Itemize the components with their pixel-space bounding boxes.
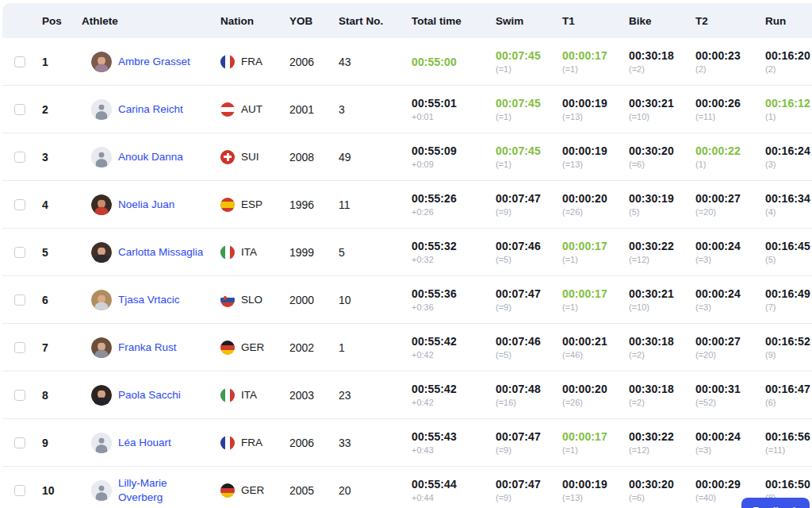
t1-cell: 00:00:17(=1) [554, 240, 621, 264]
run-time: 00:16:52 [765, 335, 812, 348]
run-cell: 00:16:34(4) [757, 192, 812, 217]
position: 3 [34, 151, 74, 164]
column-header-yob: YOB [282, 15, 331, 27]
t2-time: 00:00:22 [695, 144, 757, 157]
bike-time: 00:30:20 [629, 478, 688, 491]
position: 9 [34, 437, 74, 449]
swim-rank: (=9) [496, 445, 554, 455]
flag-icon-fra [220, 55, 235, 69]
run-rank: (3) [765, 160, 812, 169]
t1-rank: (=13) [562, 493, 621, 502]
total-rank: +0:09 [412, 160, 488, 169]
t1-rank: (=1) [562, 302, 621, 312]
total-time: 00:55:01 [412, 97, 488, 110]
bike-time: 00:30:19 [629, 192, 688, 205]
bike-cell: 00:30:20(=6) [621, 144, 688, 169]
nation-cell: SLO [213, 293, 282, 307]
row-checkbox[interactable] [14, 56, 25, 67]
nation-cell: ITA [213, 388, 282, 402]
nation-cell: ITA [213, 245, 282, 260]
bike-time: 00:30:22 [629, 430, 688, 443]
athlete-name-link[interactable]: Ambre Grasset [118, 55, 190, 69]
t2-rank: (1) [695, 160, 757, 169]
total-cell: 00:55:43+0:43 [404, 430, 488, 455]
swim-time: 00:07:47 [496, 287, 554, 300]
t1-rank: (=46) [562, 350, 621, 360]
athlete-cell: Ambre Grasset [74, 52, 213, 72]
position: 4 [34, 198, 74, 211]
table-row: 1Ambre GrassetFRA20064300:55:0000:07:45(… [2, 38, 812, 86]
row-checkbox[interactable] [14, 104, 25, 115]
t2-cell: 00:00:24(=3) [688, 240, 757, 264]
run-time: 00:16:34 [765, 192, 812, 205]
athlete-name-link[interactable]: Carina Reicht [118, 102, 183, 117]
row-checkbox[interactable] [14, 342, 25, 353]
flag-icon-esp [220, 198, 235, 212]
athlete-name-link[interactable]: Franka Rust [118, 341, 177, 355]
t1-cell: 00:00:17(=1) [554, 49, 621, 74]
bike-cell: 00:30:21(=10) [621, 287, 688, 312]
t1-time: 00:00:19 [562, 144, 621, 157]
start-number: 23 [331, 389, 404, 402]
row-checkbox[interactable] [14, 199, 25, 210]
t1-cell: 00:00:20(=26) [554, 192, 621, 217]
row-checkbox-cell [2, 152, 34, 163]
table-row: 4Noelia JuanESP19961100:55:26+0:2600:07:… [2, 181, 812, 229]
nation-cell: GER [213, 483, 282, 498]
run-rank: (5) [765, 255, 812, 264]
bike-time: 00:30:18 [629, 383, 688, 395]
feedback-button[interactable]: Feedback [741, 498, 810, 508]
t2-rank: (=3) [695, 255, 757, 264]
athlete-name-link[interactable]: Noelia Juan [118, 198, 174, 212]
row-checkbox[interactable] [14, 152, 25, 163]
run-time: 00:16:24 [765, 144, 812, 157]
t2-cell: 00:00:27(=20) [688, 335, 757, 360]
t1-rank: (=13) [562, 160, 621, 169]
athlete-name-link[interactable]: Tjasa Vrtacic [118, 293, 180, 307]
nation-code: AUT [241, 103, 262, 115]
row-checkbox[interactable] [14, 247, 25, 258]
t1-cell: 00:00:17(=1) [554, 287, 621, 312]
athlete-name-link[interactable]: Léa Houart [118, 436, 171, 450]
nation-code: SUI [241, 151, 259, 163]
athlete-photo-avatar [91, 290, 112, 310]
t2-time: 00:00:29 [695, 478, 757, 491]
t2-time: 00:00:27 [695, 335, 757, 348]
t2-cell: 00:00:31(=52) [688, 383, 757, 407]
swim-time: 00:07:48 [496, 383, 554, 395]
total-cell: 00:55:09+0:09 [404, 144, 488, 169]
bike-time: 00:30:21 [629, 287, 688, 300]
swim-cell: 00:07:48(=16) [488, 383, 554, 407]
t2-rank: (=3) [695, 445, 757, 455]
t1-time: 00:00:17 [562, 240, 621, 252]
row-checkbox-cell [2, 342, 34, 353]
athlete-name-link[interactable]: Lilly-Marie Overberg [118, 476, 213, 504]
table-header: PosAthleteNationYOBStart No.Total timeSw… [2, 3, 812, 38]
run-rank: (4) [765, 207, 812, 217]
t2-time: 00:00:31 [695, 383, 757, 395]
athlete-photo-avatar [91, 52, 112, 72]
start-number: 43 [331, 56, 404, 68]
t1-time: 00:00:19 [562, 478, 621, 491]
bike-rank: (5) [629, 207, 688, 217]
bike-rank: (=10) [629, 302, 688, 312]
t2-time: 00:00:27 [695, 192, 757, 205]
bike-time: 00:30:21 [629, 97, 688, 110]
athlete-cell: Lilly-Marie Overberg [74, 476, 213, 504]
athlete-name-link[interactable]: Paola Sacchi [118, 388, 181, 402]
t2-cell: 00:00:27(=20) [688, 192, 757, 217]
row-checkbox[interactable] [14, 485, 25, 496]
athlete-name-link[interactable]: Anouk Danna [118, 150, 183, 164]
t1-time: 00:00:21 [562, 335, 621, 348]
row-checkbox[interactable] [14, 294, 25, 306]
athlete-name-link[interactable]: Carlotta Missaglia [118, 245, 203, 260]
total-time: 00:55:42 [412, 335, 488, 348]
t1-time: 00:00:19 [562, 97, 621, 110]
run-rank: (6) [765, 398, 812, 407]
swim-rank: (=5) [496, 350, 554, 360]
swim-rank: (=1) [496, 112, 554, 121]
row-checkbox[interactable] [14, 390, 25, 401]
total-rank: +0:43 [412, 445, 488, 455]
table-row: 9Léa HouartFRA20063300:55:43+0:4300:07:4… [2, 419, 812, 467]
row-checkbox[interactable] [14, 437, 25, 448]
